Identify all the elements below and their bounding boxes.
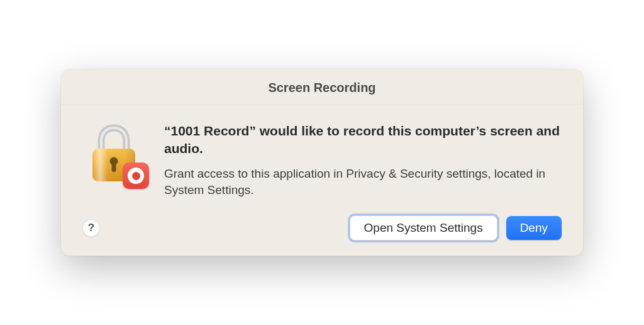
permission-dialog: Screen Recording xyxy=(61,69,583,256)
help-button[interactable]: ? xyxy=(82,219,100,237)
dialog-actions: ? Open System Settings Deny xyxy=(61,210,583,256)
dialog-title: Screen Recording xyxy=(61,69,583,105)
dialog-message-primary: “1001 Record” would like to record this … xyxy=(164,122,562,158)
open-system-settings-button[interactable]: Open System Settings xyxy=(350,215,497,241)
dialog-message-secondary: Grant access to this application in Priv… xyxy=(164,166,562,199)
lock-icon xyxy=(82,122,145,185)
dialog-body: “1001 Record” would like to record this … xyxy=(61,105,583,210)
dialog-text: “1001 Record” would like to record this … xyxy=(164,122,562,199)
record-icon xyxy=(123,162,149,189)
deny-button[interactable]: Deny xyxy=(506,216,562,240)
svg-rect-3 xyxy=(112,161,116,172)
